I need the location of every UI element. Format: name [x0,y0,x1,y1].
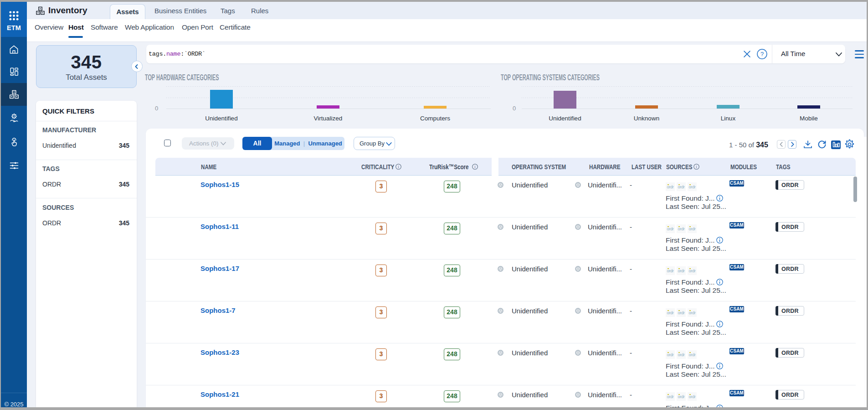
svg-text:i: i [398,165,399,169]
svg-text:?: ? [760,51,764,57]
svg-text:i: i [475,165,476,169]
svg-text:i: i [696,165,697,169]
